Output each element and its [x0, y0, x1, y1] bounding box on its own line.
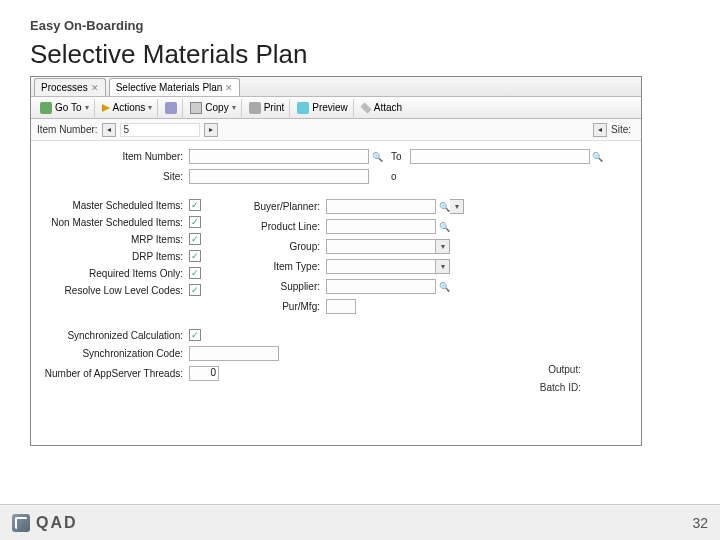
tab-label: Selective Materials Plan	[116, 82, 223, 93]
item-number-from-input[interactable]	[189, 149, 369, 164]
site-from-input[interactable]	[189, 169, 369, 184]
header-item-label: Item Number:	[37, 124, 98, 135]
sync-code-input[interactable]	[189, 346, 279, 361]
slide-footer: QAD 32	[0, 504, 720, 540]
qad-logo: QAD	[12, 514, 78, 532]
search-icon[interactable]	[438, 221, 450, 233]
batch-id-label: Batch ID:	[540, 382, 581, 393]
header-site-label: Site:	[611, 124, 631, 135]
purmfg-label: Pur/Mfg:	[231, 301, 326, 312]
dropdown-icon[interactable]: ▾	[436, 259, 450, 274]
supplier-input[interactable]	[326, 279, 436, 294]
toolbar: Go To▾ Actions▾ Copy▾ Print Preview Atta…	[31, 97, 641, 119]
preview-label: Preview	[312, 102, 348, 113]
goto-icon	[40, 102, 52, 114]
goto-label: Go To	[55, 102, 82, 113]
drp-items-label: DRP Items:	[39, 251, 189, 262]
sync-code-label: Synchronization Code:	[39, 348, 189, 359]
close-icon[interactable]: ✕	[225, 83, 233, 93]
purmfg-input[interactable]	[326, 299, 356, 314]
preview-icon	[297, 102, 309, 114]
save-icon	[165, 102, 177, 114]
prev-site-button[interactable]: ◂	[593, 123, 607, 137]
num-threads-label: Number of AppServer Threads:	[39, 368, 189, 379]
tab-selective-materials-plan[interactable]: Selective Materials Plan ✕	[109, 78, 241, 96]
sync-calc-checkbox[interactable]	[189, 329, 201, 341]
attach-label: Attach	[374, 102, 402, 113]
dropdown-icon[interactable]: ▾	[436, 239, 450, 254]
dropdown-icon[interactable]: ▾	[450, 199, 464, 214]
required-only-checkbox[interactable]	[189, 267, 201, 279]
non-master-sched-checkbox[interactable]	[189, 216, 201, 228]
drp-items-checkbox[interactable]	[189, 250, 201, 262]
attach-button[interactable]: Attach	[356, 99, 407, 117]
print-button[interactable]: Print	[244, 99, 291, 117]
sync-calc-label: Synchronized Calculation:	[39, 330, 189, 341]
search-icon[interactable]	[438, 281, 450, 293]
header-item-value: 5	[120, 123, 200, 137]
master-sched-checkbox[interactable]	[189, 199, 201, 211]
tab-bar: Processes ✕ Selective Materials Plan ✕	[31, 77, 641, 97]
resolve-llc-checkbox[interactable]	[189, 284, 201, 296]
item-number-to-input[interactable]	[410, 149, 590, 164]
output-label: Output:	[548, 364, 581, 375]
product-line-label: Product Line:	[231, 221, 326, 232]
supplier-label: Supplier:	[231, 281, 326, 292]
application-window: Processes ✕ Selective Materials Plan ✕ G…	[30, 76, 642, 446]
tab-label: Processes	[41, 82, 88, 93]
preview-button[interactable]: Preview	[292, 99, 354, 117]
search-icon[interactable]	[438, 201, 450, 213]
prev-record-button[interactable]: ◂	[102, 123, 116, 137]
item-number-label: Item Number:	[39, 151, 189, 162]
print-label: Print	[264, 102, 285, 113]
close-icon[interactable]: ✕	[91, 83, 99, 93]
group-label: Group:	[231, 241, 326, 252]
next-record-button[interactable]: ▸	[204, 123, 218, 137]
chevron-down-icon: ▾	[232, 103, 236, 112]
to-label: o	[391, 171, 397, 182]
to-label: To	[391, 151, 402, 162]
logo-icon	[12, 514, 30, 532]
flag-icon	[102, 104, 110, 112]
save-button[interactable]	[160, 99, 183, 117]
buyer-input[interactable]	[326, 199, 436, 214]
copy-icon	[190, 102, 202, 114]
actions-label: Actions	[113, 102, 146, 113]
copy-button[interactable]: Copy▾	[185, 99, 241, 117]
paperclip-icon	[360, 102, 371, 113]
record-header: Item Number: ◂ 5 ▸ ◂ Site:	[31, 119, 641, 141]
item-type-label: Item Type:	[231, 261, 326, 272]
search-icon[interactable]	[371, 151, 383, 163]
slide-title: Selective Materials Plan	[30, 39, 690, 70]
resolve-llc-label: Resolve Low Level Codes:	[39, 285, 189, 296]
page-number: 32	[692, 515, 708, 531]
actions-button[interactable]: Actions▾	[97, 99, 159, 117]
copy-label: Copy	[205, 102, 228, 113]
slide-eyebrow: Easy On-Boarding	[30, 18, 690, 33]
product-line-input[interactable]	[326, 219, 436, 234]
num-threads-input[interactable]: 0	[189, 366, 219, 381]
chevron-down-icon: ▾	[148, 103, 152, 112]
master-sched-label: Master Scheduled Items:	[39, 200, 189, 211]
chevron-down-icon: ▾	[85, 103, 89, 112]
mrp-items-label: MRP Items:	[39, 234, 189, 245]
required-only-label: Required Items Only:	[39, 268, 189, 279]
print-icon	[249, 102, 261, 114]
form-body: Item Number: To Site: o Master Scheduled…	[31, 141, 641, 381]
search-icon[interactable]	[592, 151, 604, 163]
goto-button[interactable]: Go To▾	[35, 99, 95, 117]
group-input[interactable]	[326, 239, 436, 254]
num-threads-value: 0	[210, 367, 216, 378]
non-master-sched-label: Non Master Scheduled Items:	[39, 217, 189, 228]
buyer-label: Buyer/Planner:	[231, 201, 326, 212]
site-label: Site:	[39, 171, 189, 182]
item-type-input[interactable]	[326, 259, 436, 274]
mrp-items-checkbox[interactable]	[189, 233, 201, 245]
tab-processes[interactable]: Processes ✕	[34, 78, 106, 96]
logo-text: QAD	[36, 514, 78, 532]
